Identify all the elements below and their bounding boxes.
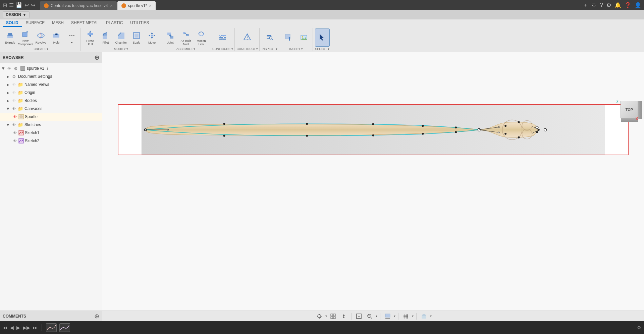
tree-item-doc-settings[interactable]: ▶ ⚙ Document Settings	[0, 72, 102, 80]
info-icon-root[interactable]: ℹ	[47, 66, 48, 71]
tree-item-canvases[interactable]: ▶ 👁 📁 Canvases	[0, 105, 102, 113]
tree-item-bodies[interactable]: ▶ 👁 📁 Bodies	[0, 97, 102, 105]
display-mode-btn[interactable]	[383, 312, 392, 320]
design-dropdown[interactable]: DESIGN ▼	[3, 11, 30, 18]
assemble-group: Joint As-Built Joint Motion Link ASSEMBL…	[162, 28, 210, 51]
tree-item-named-views[interactable]: ▶ 👁 📁 Named Views	[0, 80, 102, 89]
svg-point-39	[221, 39, 223, 40]
motion-link-btn[interactable]: Motion Link	[194, 29, 209, 47]
move-btn[interactable]: Move	[145, 29, 159, 47]
tab-solid[interactable]: SOLID	[3, 19, 22, 27]
create-more-btn[interactable]: ▾	[64, 29, 79, 47]
browser-add-btn[interactable]: ⊕	[94, 54, 99, 61]
undo-arrow-icon[interactable]: ↪	[31, 2, 35, 8]
tree-arrow-origin[interactable]: ▶	[6, 91, 10, 95]
tab-sheet-metal[interactable]: SHEET METAL	[68, 19, 102, 27]
tab-close-2[interactable]: ✕	[149, 4, 152, 8]
tl-frame-sketch1[interactable]	[46, 323, 57, 332]
tl-prev-btn[interactable]: ◀	[10, 325, 14, 330]
new-component-label: New Component	[18, 39, 34, 46]
fillet-label: Fillet	[102, 41, 109, 44]
tl-frame-sketch2[interactable]	[59, 323, 70, 332]
select-btn[interactable]	[315, 29, 330, 47]
grid-icon[interactable]: ⊞	[3, 2, 7, 8]
tree-item-root[interactable]: ▶ 👁 ⚙ spurtle v1 ℹ	[0, 64, 102, 72]
construct-group: CONSTRUCT ▾	[235, 28, 260, 51]
tree-arrow-named-views[interactable]: ▶	[6, 83, 10, 87]
eye-icon-origin[interactable]: 👁	[11, 91, 16, 95]
pan-btn[interactable]	[339, 312, 348, 320]
tree-item-sketch1[interactable]: 👁 Sketch1	[0, 129, 102, 137]
chamfer-btn[interactable]: Chamfer	[114, 29, 128, 47]
tab-plastic[interactable]: PLASTIC	[103, 19, 126, 27]
tab-spurtle[interactable]: spurtle v1* ✕	[117, 1, 156, 10]
press-pull-btn[interactable]: Press Pull	[83, 29, 98, 47]
view-cube-top-face[interactable]: TOP	[621, 101, 638, 118]
grid-display-btn[interactable]	[401, 312, 411, 320]
menu-icon[interactable]: ☰	[9, 2, 14, 8]
add-tab-icon[interactable]: ＋	[583, 2, 588, 9]
tree-arrow-root[interactable]: ▶	[2, 66, 5, 70]
insert-image-btn[interactable]	[297, 29, 311, 47]
svg-marker-26	[154, 35, 155, 37]
svg-point-78	[504, 125, 506, 127]
joint-btn[interactable]: Joint	[163, 29, 178, 47]
extrude-btn[interactable]: Extrude	[3, 29, 17, 47]
svg-point-30	[169, 35, 171, 37]
tab-utilities[interactable]: UTILITIES	[127, 19, 152, 27]
tree-item-sketches[interactable]: ▶ 👁 📁 Sketches	[0, 121, 102, 129]
inspect-btn[interactable]	[262, 29, 277, 47]
help2-icon[interactable]: ❓	[625, 2, 631, 8]
eye-icon-root[interactable]: 👁	[6, 66, 12, 70]
insert-canvas-btn[interactable]	[281, 29, 296, 47]
tree-item-origin[interactable]: ▶ 👁 📁 Origin	[0, 89, 102, 97]
env-display-btn[interactable]	[419, 312, 429, 320]
construct-btn[interactable]	[240, 29, 255, 47]
new-component-btn[interactable]: New Component	[18, 29, 33, 47]
eye-icon-bodies[interactable]: 👁	[11, 99, 16, 103]
eye-icon-spurtle-canvas[interactable]: 👁	[12, 115, 17, 119]
tree-arrow-sketches[interactable]: ▶	[6, 123, 10, 127]
tab-mesh[interactable]: MESH	[49, 19, 67, 27]
help-icon[interactable]: ?	[600, 2, 603, 8]
save-icon[interactable]: 💾	[16, 2, 22, 8]
notifications-icon[interactable]: 🔔	[614, 2, 621, 8]
eye-icon-sketch2[interactable]: 👁	[12, 139, 17, 143]
hole-btn[interactable]: Hole	[49, 29, 64, 47]
comments-add-btn[interactable]: ⊕	[94, 313, 99, 320]
tl-fastforward-btn[interactable]: ⏭	[33, 325, 38, 330]
revolve-btn[interactable]: Revolve	[34, 29, 48, 47]
scale-btn[interactable]: Scale	[129, 29, 144, 47]
viewport[interactable]: TOP Z X ▾ ▾	[102, 52, 644, 321]
as-built-joint-btn[interactable]: As-Built Joint	[178, 29, 193, 47]
shield-icon[interactable]: 🛡	[591, 2, 597, 8]
tl-play-btn[interactable]: ▶	[16, 325, 20, 330]
settings-icon[interactable]: ⚙	[606, 2, 611, 8]
snap-btn[interactable]	[315, 312, 324, 320]
eye-icon-named-views[interactable]: 👁	[11, 82, 16, 87]
tl-next-btn[interactable]: ▶▶	[23, 325, 30, 330]
tl-settings-icon[interactable]: ⚙	[637, 325, 641, 330]
tree-item-spurtle-canvas[interactable]: 👁 Spurtle	[0, 113, 102, 121]
tree-arrow-bodies[interactable]: ▶	[6, 99, 10, 103]
zoom-fit-btn[interactable]	[354, 312, 364, 320]
tab-cental-vac[interactable]: Central vac to shop vac hose v4 ✕	[40, 1, 117, 10]
zoom-out-btn[interactable]	[365, 312, 374, 320]
undo-icon[interactable]: ↩	[24, 2, 29, 8]
tree-item-sketch2[interactable]: 👁 Sketch2	[0, 137, 102, 145]
eye-icon-sketches[interactable]: 👁	[11, 123, 16, 127]
configure-btn[interactable]	[215, 29, 230, 47]
grid-btn[interactable]	[328, 312, 338, 320]
fillet-btn[interactable]: Fillet	[98, 29, 113, 47]
gear-icon-root[interactable]: ⚙	[13, 66, 19, 71]
eye-icon-canvases[interactable]: 👁	[11, 107, 16, 111]
tl-rewind-btn[interactable]: ⏮	[3, 325, 7, 330]
tab-close-1[interactable]: ✕	[110, 4, 113, 8]
tab-surface[interactable]: SURFACE	[22, 19, 48, 27]
eye-icon-sketch1[interactable]: 👁	[12, 131, 17, 135]
tree-arrow-doc-settings[interactable]: ▶	[6, 75, 10, 78]
view-cube-label: TOP	[626, 108, 633, 112]
tree-arrow-canvases[interactable]: ▶	[6, 107, 10, 111]
view-cube[interactable]: TOP	[621, 101, 638, 118]
user-avatar[interactable]: 👤	[635, 2, 641, 8]
